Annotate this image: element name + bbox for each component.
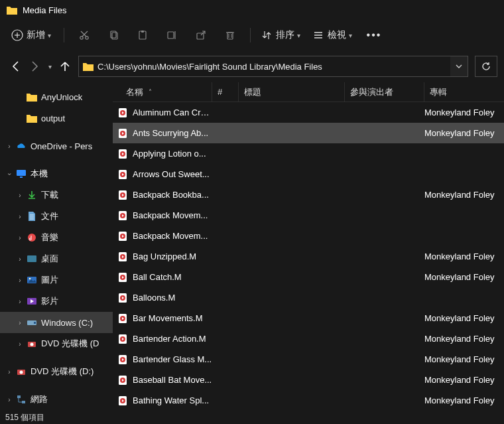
file-row[interactable]: Bartender Action.MMonkeyland Foley [113,328,504,349]
more-button[interactable]: ••• [359,23,389,47]
document-icon [25,212,38,221]
view-icon [312,30,325,40]
chevron-right-icon: › [15,192,25,199]
file-row[interactable]: Arrows Out Sweet... [113,164,504,184]
audio-file-icon [113,375,133,386]
column-header-label: 標題 [244,86,261,98]
file-row[interactable]: Ants Scurrying Ab...Monkeyland Foley [113,123,504,143]
svg-rect-11 [168,32,174,38]
paste-button[interactable] [128,23,157,47]
file-row[interactable]: Backpack Bookba...Monkeyland Foley [113,184,504,205]
sidebar-item-label: 音樂 [41,232,58,244]
file-row[interactable]: Balloons.M [113,287,504,308]
audio-file-icon [113,107,133,118]
file-row[interactable]: Backpack Movem... [113,205,504,226]
sidebar-item-videos[interactable]: › 影片 [0,291,113,312]
file-row[interactable]: Backpack Movem... [113,226,504,246]
new-button-label: 新增 [27,29,45,41]
chevron-right-icon: › [15,319,25,326]
address-bar[interactable]: C:\Users\yohnu\Movies\Fairlight Sound Li… [78,56,468,77]
audio-file-icon [113,272,133,283]
sidebar-item-thispc[interactable]: › 本機 [0,163,113,184]
file-album: Monkeyland Foley [424,334,504,344]
file-album: Monkeyland Foley [424,128,504,138]
forward-button[interactable] [25,56,44,77]
sidebar-item-output[interactable]: › output [0,107,113,129]
sort-ascending-icon: ˄ [149,88,152,96]
sidebar-item-downloads[interactable]: › 下載 [0,184,113,206]
file-name: Bar Movements.M [133,313,212,323]
window-title: Media Files [23,5,66,15]
folder-icon [25,113,38,123]
toolbar-separator [250,28,251,42]
file-row[interactable]: Baseball Bat Move...Monkeyland Foley [113,370,504,390]
column-header-title[interactable]: 標題 [239,82,345,102]
file-row[interactable]: Aluminum Can Cru...Monkeyland Foley [113,102,504,123]
sidebar-item-music[interactable]: › 音樂 [0,227,113,248]
sidebar-item-anyunlock[interactable]: › AnyUnlock [0,86,113,107]
toolbar-separator [64,28,64,42]
audio-file-icon [113,354,133,365]
svg-rect-10 [141,31,144,33]
new-button[interactable]: 新增 ▾ [7,23,58,47]
svg-rect-38 [22,401,25,403]
back-button[interactable] [7,56,25,77]
column-header-name[interactable]: 名稱 ˄ [113,82,212,102]
sidebar-item-dvd-d-1[interactable]: › DVD 光碟機 (D [0,333,113,354]
audio-file-icon [113,334,133,344]
file-row[interactable]: Bathing Water Spl...Monkeyland Foley [113,390,504,411]
up-button[interactable] [56,56,74,77]
audio-file-icon [113,149,133,159]
chevron-right-icon: › [15,298,25,305]
file-name: Baseball Bat Move... [133,375,212,385]
audio-file-icon [113,251,133,262]
column-header-album[interactable]: 專輯 [424,82,504,102]
plus-circle-icon [11,29,24,41]
sidebar-item-desktop[interactable]: › 桌面 [0,248,113,269]
column-header-artist[interactable]: 參與演出者 [345,82,424,102]
sidebar-item-network[interactable]: › 網路 [0,389,113,410]
delete-button[interactable] [216,23,245,47]
chevron-right-icon: › [4,368,15,376]
cut-button[interactable] [70,23,99,47]
audio-file-icon [113,313,133,324]
file-row[interactable]: Bar Movements.MMonkeyland Foley [113,308,504,328]
file-row[interactable]: Applying Lotion o... [113,143,504,164]
sidebar-item-dvd-d-2[interactable]: › DVD 光碟機 (D:) [0,361,113,382]
chevron-down-icon: ▾ [297,32,304,39]
sidebar-item-documents[interactable]: › 文件 [0,206,113,227]
sidebar-item-label: 圖片 [41,274,58,286]
recent-dropdown[interactable]: ▾ [44,56,56,77]
copy-button[interactable] [99,23,128,47]
file-album: Monkeyland Foley [424,395,504,405]
sidebar-item-pictures[interactable]: › 圖片 [0,269,113,291]
audio-file-icon [113,231,133,242]
download-icon [25,190,38,200]
sidebar-item-label: 網路 [31,393,48,405]
file-album: Monkeyland Foley [424,313,504,323]
sidebar-item-label: Windows (C:) [41,318,93,328]
sort-button[interactable]: 排序 ▾ [256,23,308,47]
column-header-number[interactable]: # [212,82,239,102]
titlebar: Media Files [0,0,504,20]
sidebar-item-label: DVD 光碟機 (D:) [31,366,94,378]
share-button[interactable] [186,23,216,47]
toolbar: 新增 ▾ 排序 ▾ 檢視 ▾ ••• [0,20,504,50]
sidebar-item-label: 桌面 [41,253,58,265]
sidebar-item-onedrive[interactable]: › OneDrive - Pers [0,135,113,157]
rename-button[interactable] [157,23,186,47]
sort-icon [260,30,273,40]
address-history-dropdown[interactable] [450,56,468,76]
file-row[interactable]: Ball Catch.MMonkeyland Foley [113,267,504,287]
file-row[interactable]: Bartender Glass M...Monkeyland Foley [113,349,504,370]
view-button[interactable]: 檢視 ▾ [308,23,359,47]
chevron-down-icon: › [6,169,13,179]
sidebar-item-windows-c[interactable]: › Windows (C:) [0,312,113,333]
file-name: Backpack Bookba... [133,190,212,200]
svg-rect-21 [17,170,26,176]
svg-point-29 [29,278,31,280]
refresh-button[interactable] [475,56,497,77]
sidebar-item-label: OneDrive - Pers [31,141,92,151]
file-row[interactable]: Bag Unzipped.MMonkeyland Foley [113,246,504,267]
folder-icon [25,92,38,102]
